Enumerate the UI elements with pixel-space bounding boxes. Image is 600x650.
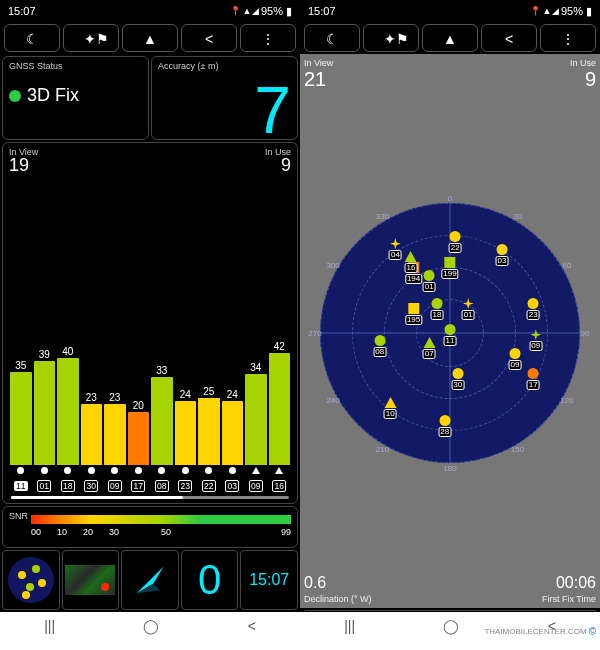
radar: 0306090120150180210240270300330042203199… xyxy=(320,203,580,463)
home-button[interactable]: ◯ xyxy=(143,618,159,634)
sat-id: 16 xyxy=(405,263,418,273)
bar xyxy=(34,361,56,465)
sat-id: 01 xyxy=(462,310,475,320)
degree-label: 90 xyxy=(581,328,590,337)
fix-text: 3D Fix xyxy=(27,85,79,105)
back-button[interactable]: < xyxy=(248,618,256,634)
fix-indicator-icon xyxy=(9,90,21,102)
share-button[interactable]: < xyxy=(181,24,237,52)
sat-id: 18 xyxy=(61,480,75,492)
bar xyxy=(222,401,244,465)
degree-label: 180 xyxy=(443,463,456,472)
sat-id: 28 xyxy=(438,427,451,437)
tile-compass[interactable] xyxy=(121,550,179,610)
direction-button[interactable]: ▲ xyxy=(122,24,178,52)
satellite-marker: 16 xyxy=(405,251,418,273)
snr-chart-card[interactable]: In View In Use 19 9 35394023232033242524… xyxy=(2,142,298,504)
share-button[interactable]: < xyxy=(481,24,537,52)
satellite-marker: 11 xyxy=(444,324,457,346)
satellite-marker: 199 xyxy=(441,257,458,279)
bar-col: 23 xyxy=(104,392,126,465)
snr-legend-card: SNR 001020305099 xyxy=(2,506,298,548)
snr-gradient xyxy=(31,515,291,524)
bar-id-cell: 16 xyxy=(269,466,291,493)
share-icon: < xyxy=(202,31,216,45)
system-nav: ||| ◯ < xyxy=(0,612,300,640)
sat-id: 11 xyxy=(444,336,457,346)
sat-id: 194 xyxy=(405,274,422,284)
direction-button[interactable]: ▲ xyxy=(422,24,478,52)
bar-id-cell: 11 xyxy=(10,466,32,493)
clock: 15:07 xyxy=(308,5,336,17)
night-mode-button[interactable]: ☾ xyxy=(4,24,60,52)
bars-ids: 110118300917082322030916 xyxy=(9,465,291,494)
snr-label: SNR xyxy=(9,511,28,521)
sat-shape-icon xyxy=(182,467,189,474)
degree-label: 150 xyxy=(511,445,524,454)
bar-id-cell: 09 xyxy=(245,466,267,493)
screen-sky-plot: 15:07 📍 ▲ ◢ 95% ▮ ☾ ✦⚑ ▲ < ⋮ In View In … xyxy=(300,0,600,640)
sat-id: 11 xyxy=(14,481,28,491)
snr-legend-card: SNR 001020305099 xyxy=(302,610,598,612)
sat-shape-icon xyxy=(41,467,48,474)
sat-shape-icon xyxy=(111,467,118,474)
snr-tick: 00 xyxy=(31,527,41,537)
bar-value: 40 xyxy=(62,346,73,357)
degree-label: 30 xyxy=(513,211,522,220)
tile-skyplot[interactable] xyxy=(2,550,60,610)
satellite-marker: 09 xyxy=(509,348,522,370)
sat-shape-icon xyxy=(384,397,396,408)
bar-col: 20 xyxy=(128,400,150,465)
satellite-icon: ✦⚑ xyxy=(84,31,98,45)
accuracy-card[interactable]: Accuracy (± m) 7 xyxy=(151,56,298,140)
recent-apps-button[interactable]: ||| xyxy=(344,618,355,634)
tile-speed[interactable]: 0 xyxy=(181,550,239,610)
bar xyxy=(128,412,150,465)
inview-value: 21 xyxy=(304,68,326,91)
toolbar: ☾ ✦⚑ ▲ < ⋮ xyxy=(0,22,300,54)
bar-col: 42 xyxy=(269,341,291,465)
sat-id: 08 xyxy=(373,347,386,357)
constellation-button[interactable]: ✦⚑ xyxy=(363,24,419,52)
menu-button[interactable]: ⋮ xyxy=(540,24,596,52)
sat-shape-icon xyxy=(374,335,385,346)
sat-shape-icon xyxy=(463,298,474,309)
battery-text: 95% xyxy=(561,5,583,17)
fixtime-label: First Fix Time xyxy=(542,594,596,604)
bar-id-cell: 22 xyxy=(198,466,220,493)
scroll-indicator[interactable] xyxy=(11,496,289,499)
sky-plot[interactable]: 0306090120150180210240270300330042203199… xyxy=(304,91,596,574)
satellite-marker: 03 xyxy=(496,244,509,266)
home-button[interactable]: ◯ xyxy=(443,618,459,634)
sat-shape-icon xyxy=(405,251,417,262)
mini-sky-icon xyxy=(8,557,54,603)
tile-map[interactable] xyxy=(62,550,120,610)
compass-icon xyxy=(133,563,167,597)
recent-apps-button[interactable]: ||| xyxy=(44,618,55,634)
menu-button[interactable]: ⋮ xyxy=(240,24,296,52)
gnss-label: GNSS Status xyxy=(9,61,142,71)
bar xyxy=(104,404,126,465)
sat-id: 18 xyxy=(431,310,444,320)
inuse-value: 9 xyxy=(281,155,291,176)
degree-label: 120 xyxy=(560,396,573,405)
snr-tick: 99 xyxy=(281,527,291,537)
night-mode-button[interactable]: ☾ xyxy=(304,24,360,52)
tile-clock[interactable]: 15:07 xyxy=(240,550,298,610)
sat-id: 03 xyxy=(225,480,239,492)
sat-id: 23 xyxy=(178,480,192,492)
sat-shape-icon xyxy=(135,467,142,474)
sat-shape-icon xyxy=(252,467,260,474)
satellite-marker: 09 xyxy=(529,329,542,351)
sat-shape-icon xyxy=(17,467,24,474)
bar-id-cell: 18 xyxy=(57,466,79,493)
wifi-icon: ▲ ◢ xyxy=(243,6,258,16)
bar-value: 39 xyxy=(39,349,50,360)
bar-col: 24 xyxy=(222,389,244,465)
clock: 15:07 xyxy=(8,5,36,17)
gnss-status-card[interactable]: GNSS Status 3D Fix xyxy=(2,56,149,140)
bar-value: 24 xyxy=(180,389,191,400)
constellation-button[interactable]: ✦⚑ xyxy=(63,24,119,52)
satellite-marker: 07 xyxy=(423,337,436,359)
bar-col: 25 xyxy=(198,386,220,465)
